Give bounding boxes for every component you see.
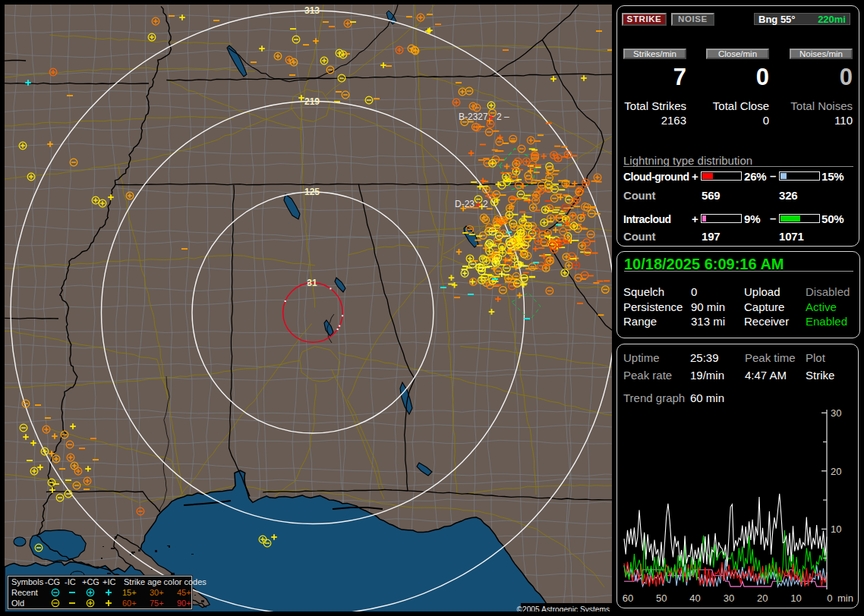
- svg-text:+: +: [475, 199, 481, 210]
- svg-text:219: 219: [304, 96, 320, 107]
- svg-text:2: 2: [497, 112, 502, 122]
- svg-text:313: 313: [304, 5, 320, 16]
- svg-text:+: +: [488, 112, 494, 123]
- svg-text:©2005 Astrogenic Systems: ©2005 Astrogenic Systems: [517, 605, 610, 611]
- svg-text:125: 125: [304, 187, 320, 197]
- svg-text:2: 2: [483, 199, 488, 209]
- svg-text:–: –: [504, 112, 509, 122]
- svg-text:31: 31: [307, 278, 317, 288]
- svg-text:B-2327: B-2327: [459, 112, 488, 122]
- svg-text:D-23: D-23: [455, 199, 475, 209]
